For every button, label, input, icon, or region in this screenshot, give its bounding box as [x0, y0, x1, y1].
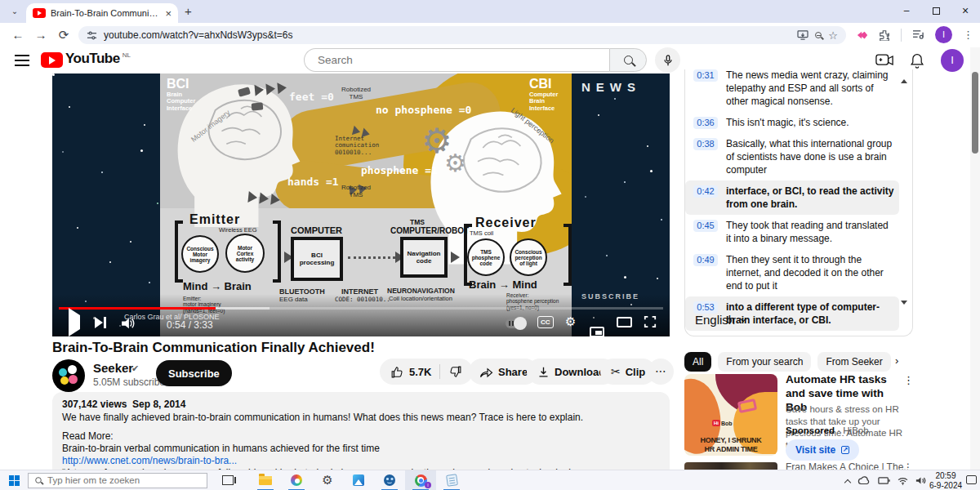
volume-icon[interactable] — [121, 318, 136, 329]
window-maximize-button[interactable] — [922, 0, 950, 23]
subscribe-button[interactable]: Subscribe — [156, 360, 232, 386]
paint-app-icon[interactable] — [281, 470, 312, 490]
transcript-timestamp[interactable]: 0:38 — [693, 138, 718, 150]
transcript-text[interactable]: Then they sent it to through the interne… — [726, 253, 894, 292]
thumbs-up-icon[interactable] — [390, 365, 404, 379]
onedrive-cloud-icon[interactable] — [858, 476, 871, 485]
play-button[interactable] — [69, 315, 80, 330]
video-player[interactable]: NEWS ⚙ ⚙ — [52, 74, 670, 336]
taskbar-search-box[interactable] — [28, 473, 207, 488]
more-actions-button[interactable]: ⋯ — [648, 359, 674, 385]
photos-app-icon[interactable] — [343, 470, 374, 490]
transcript-timestamp[interactable]: 0:36 — [693, 117, 718, 129]
transcript-text[interactable]: The news media went crazy, claiming tele… — [726, 69, 894, 108]
action-center-icon[interactable] — [966, 475, 977, 484]
blue-app-icon[interactable] — [374, 470, 405, 490]
channel-avatar[interactable] — [52, 359, 85, 392]
transcript-text[interactable]: They took that reading and translated it… — [726, 219, 894, 245]
browser-tab[interactable]: Brain-To-Brain Communication × — [26, 3, 178, 23]
player-settings-gear-icon[interactable]: ⚙ — [565, 314, 576, 329]
chip-from-seeker[interactable]: From Seeker — [817, 352, 890, 372]
youtube-logo[interactable]: YouTube NL — [41, 51, 131, 68]
scrollbar-thumb[interactable] — [972, 72, 978, 154]
transcript-cue[interactable]: 0:56The CBI then sends the signal into t… — [685, 331, 899, 336]
search-input[interactable] — [318, 54, 579, 66]
pink-extension-icon[interactable] — [857, 30, 868, 40]
search-box[interactable] — [304, 48, 609, 72]
page-scrollbar[interactable] — [970, 47, 980, 470]
thumbs-down-icon[interactable] — [448, 365, 462, 379]
next-video-thumbnail[interactable] — [684, 462, 777, 470]
chrome-icon[interactable]: I — [405, 470, 436, 490]
tray-expand-chevron-icon[interactable] — [844, 479, 851, 485]
settings-gear-icon[interactable]: ⚙ — [312, 470, 343, 490]
back-icon[interactable]: ← — [8, 25, 28, 45]
notifications-bell-icon[interactable] — [910, 53, 924, 69]
address-bar[interactable]: youtube.com/watch?v=ahxNdsW3yps&t=6s ☆ — [78, 26, 846, 44]
transcript-text[interactable]: interface, or BCI, to read the activity … — [726, 185, 894, 211]
progress-bar[interactable] — [59, 307, 663, 310]
wifi-icon[interactable] — [898, 477, 908, 485]
youtube-profile-avatar[interactable]: I — [941, 49, 964, 72]
file-explorer-icon[interactable] — [250, 470, 281, 490]
taskbar-clock[interactable]: 20:59 6-9-2024 — [929, 471, 962, 490]
search-button[interactable] — [609, 48, 647, 72]
like-count[interactable]: 5.7K — [409, 366, 431, 378]
task-view-button[interactable] — [212, 470, 243, 490]
notebook-app-icon[interactable] — [436, 470, 467, 490]
scroll-down-icon[interactable] — [901, 301, 907, 305]
window-close-button[interactable]: × — [951, 0, 979, 23]
transcript-cue[interactable]: 0:36This isn't magic, it's science. — [685, 112, 899, 133]
start-button[interactable] — [0, 475, 28, 486]
zoom-icon[interactable] — [815, 32, 822, 38]
transcript-timestamp[interactable]: 0:42 — [693, 185, 718, 198]
browser-menu-kebab-icon[interactable]: ⋮ — [963, 29, 973, 41]
tab-close-icon[interactable]: × — [165, 7, 172, 20]
extensions-puzzle-icon[interactable] — [879, 29, 890, 41]
speaker-icon[interactable] — [915, 476, 926, 485]
install-icon[interactable] — [797, 30, 808, 40]
transcript-timestamp[interactable]: 0:49 — [693, 254, 718, 266]
scroll-up-icon[interactable] — [901, 79, 907, 83]
transcript-text[interactable]: into a different type of computer-brain … — [726, 301, 894, 327]
ad-thumbnail[interactable]: HiBob HONEY, I SHRUNK HR ADMIN TIME — [684, 374, 777, 456]
miniplayer-icon[interactable] — [590, 327, 604, 336]
ad-menu-kebab-icon[interactable]: ⋮ — [903, 374, 914, 386]
transcript-text[interactable]: The CBI then sends the signal into the r… — [726, 335, 894, 336]
transcript-cue[interactable]: 0:31The news media went crazy, claiming … — [685, 69, 899, 112]
transcript-timestamp[interactable]: 0:56 — [693, 336, 718, 336]
transcript-cue[interactable]: 0:49Then they sent it to through the int… — [685, 249, 899, 296]
browser-profile-avatar[interactable]: I — [935, 26, 952, 43]
transcript-text[interactable]: Basically, what this international group… — [726, 137, 894, 176]
description-link[interactable]: http://www.cnet.com/news/brain-to-bra... — [62, 455, 237, 466]
theater-mode-icon[interactable] — [617, 317, 632, 327]
chip-from-your-search[interactable]: From your search — [718, 352, 811, 372]
transcript-timestamp[interactable]: 0:53 — [693, 301, 718, 314]
new-tab-button[interactable]: + — [185, 4, 192, 18]
url-text[interactable]: youtube.com/watch?v=ahxNdsW3yps&t=6s — [104, 29, 791, 41]
chips-scroll-right-icon[interactable]: › — [895, 354, 898, 367]
transcript-cue[interactable]: 0:45They took that reading and translate… — [685, 215, 899, 249]
transcript-cue-active[interactable]: 0:42interface, or BCI, to read the activ… — [685, 180, 899, 215]
autoplay-toggle[interactable] — [506, 318, 527, 328]
tab-search-chevron-icon[interactable]: ⌄ — [7, 4, 23, 19]
transcript-language-selector[interactable]: English — [695, 313, 746, 327]
visit-site-button[interactable]: Visit site↗ — [786, 439, 859, 461]
hamburger-menu-icon[interactable] — [15, 55, 29, 66]
forward-icon[interactable]: → — [31, 25, 51, 45]
voice-search-button[interactable] — [655, 47, 680, 73]
transcript-text[interactable]: This isn't magic, it's science. — [726, 116, 849, 129]
channel-name[interactable]: Seeker — [93, 361, 133, 375]
battery-icon[interactable] — [878, 477, 890, 484]
taskbar-search-input[interactable] — [47, 475, 186, 485]
transcript-timestamp[interactable]: 0:45 — [693, 220, 718, 232]
captions-button[interactable]: CC — [537, 316, 554, 328]
window-minimize-button[interactable]: – — [893, 0, 920, 23]
bookmark-star-icon[interactable]: ☆ — [828, 29, 838, 42]
create-video-icon[interactable] — [875, 54, 893, 67]
site-settings-icon[interactable] — [87, 30, 97, 41]
chip-all[interactable]: All — [684, 352, 711, 372]
tab-groups-icon[interactable] — [912, 29, 924, 40]
transcript-timestamp[interactable]: 0:31 — [693, 69, 718, 82]
fullscreen-icon[interactable] — [644, 315, 657, 328]
